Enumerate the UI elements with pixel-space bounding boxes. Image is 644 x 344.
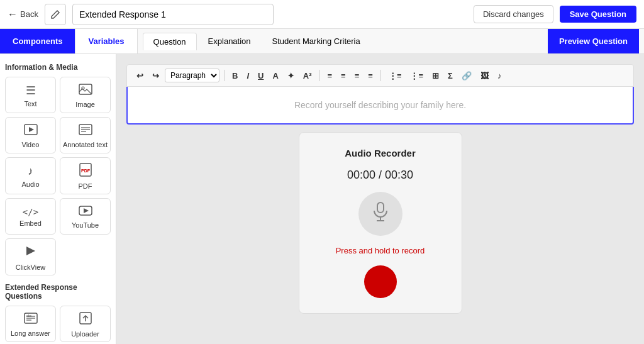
paragraph-select[interactable]: Paragraph	[165, 69, 219, 82]
sidebar-item-pdf-label: PDF	[79, 182, 92, 190]
audio-recorder-title: Audio Recorder	[345, 148, 416, 158]
redo-button[interactable]: ↪	[149, 69, 162, 82]
formula-button[interactable]: Σ	[445, 69, 456, 82]
svg-text:abc: abc	[26, 314, 32, 318]
sidebar: Information & Media ☰ Text Image Video	[0, 54, 116, 344]
sidebar-item-clickview-label: ClickView	[16, 264, 45, 271]
sidebar-item-text-label: Text	[24, 100, 36, 108]
ordered-list-button[interactable]: ⋮≡	[407, 69, 426, 82]
tab-question[interactable]: Question	[143, 33, 197, 50]
sidebar-item-annotated-text[interactable]: Annotated text	[60, 117, 111, 153]
sidebar-item-youtube[interactable]: YouTube	[60, 198, 111, 235]
question-title-input[interactable]	[72, 4, 274, 25]
microphone-icon	[372, 202, 389, 226]
audio-timer: 00:00 / 00:30	[347, 169, 413, 182]
svg-rect-28	[377, 203, 384, 213]
top-bar: ← Back Discard changes Save Question	[0, 0, 644, 29]
toolbar-separator-1	[224, 70, 225, 81]
editor-toolbar: ↩ ↪ Paragraph B I U A ✦ A² ≡ ≡ ≡ ≡ ⋮≡ ⋮≡…	[126, 64, 634, 87]
section-extended-response-title: Extended Response Questions	[5, 283, 111, 301]
sidebar-item-youtube-label: YouTube	[72, 221, 99, 229]
edit-icon-button[interactable]	[45, 4, 66, 25]
record-button[interactable]	[364, 265, 397, 298]
sidebar-item-audio[interactable]: ♪ Audio	[5, 157, 56, 194]
toolbar-separator-3	[380, 70, 381, 81]
table-button[interactable]: ⊞	[429, 69, 442, 82]
sidebar-item-text[interactable]: ☰ Text	[5, 77, 56, 113]
svg-text:PDF: PDF	[81, 169, 91, 173]
discard-changes-button[interactable]: Discard changes	[474, 5, 553, 23]
sidebar-item-long-answer-label: Long answer	[11, 330, 50, 337]
clickview-icon	[24, 244, 38, 261]
tab-bar: Components Variables Question Explanatio…	[0, 29, 644, 54]
question-editor[interactable]: Record yourself describing your family h…	[126, 87, 634, 125]
main-layout: Information & Media ☰ Text Image Video	[0, 54, 644, 344]
preview-question-button[interactable]: Preview Question	[548, 29, 639, 53]
info-media-grid: ☰ Text Image Video Annotated text	[5, 77, 111, 275]
sidebar-item-uploader-label: Uploader	[71, 330, 99, 338]
long-answer-icon: abc	[24, 313, 38, 327]
text-icon: ☰	[26, 84, 36, 97]
audio-icon: ♪	[28, 165, 33, 178]
sidebar-item-embed-label: Embed	[19, 219, 42, 227]
font-color-button[interactable]: A	[269, 69, 281, 82]
youtube-icon	[79, 206, 92, 219]
sidebar-item-image-label: Image	[75, 101, 95, 108]
image-insert-button[interactable]: 🖼	[477, 69, 492, 82]
sidebar-item-embed[interactable]: </> Embed	[5, 198, 56, 235]
align-center-button[interactable]: ≡	[338, 69, 349, 82]
tab-student-marking-criteria[interactable]: Student Marking Criteria	[262, 33, 370, 50]
tab-components[interactable]: Components	[0, 29, 75, 53]
embed-icon: </>	[23, 207, 38, 217]
svg-marker-11	[84, 208, 89, 213]
mic-circle	[358, 192, 402, 236]
uploader-icon	[79, 312, 92, 328]
editor-placeholder: Record yourself describing your family h…	[294, 100, 466, 110]
justify-button[interactable]: ≡	[365, 69, 376, 82]
toolbar-separator-2	[319, 70, 320, 81]
pdf-icon: PDF	[79, 163, 92, 180]
unordered-list-button[interactable]: ⋮≡	[386, 69, 405, 82]
audio-insert-button[interactable]: ♪	[494, 69, 505, 82]
tab-variables[interactable]: Variables	[75, 29, 137, 53]
audio-recorder-card: Audio Recorder 00:00 / 00:30 Press and h…	[299, 132, 462, 314]
image-icon	[79, 84, 92, 98]
undo-button[interactable]: ↩	[133, 69, 147, 82]
save-question-button[interactable]: Save Question	[560, 6, 636, 23]
left-tabs: Components Variables	[0, 29, 138, 53]
section-info-media-title: Information & Media	[5, 63, 111, 72]
bold-button[interactable]: B	[229, 69, 241, 82]
svg-marker-12	[26, 247, 35, 255]
press-hold-label: Press and hold to record	[336, 246, 425, 255]
back-arrow-icon: ←	[8, 9, 18, 20]
sidebar-item-image[interactable]: Image	[60, 77, 111, 113]
extended-response-grid: abc Long answer Uploader E=mc² Working f…	[5, 306, 111, 344]
underline-button[interactable]: U	[255, 69, 267, 82]
back-button[interactable]: ← Back	[8, 9, 38, 20]
link-button[interactable]: 🔗	[458, 69, 475, 82]
svg-marker-3	[29, 127, 34, 132]
annotated-text-icon	[79, 124, 92, 138]
sidebar-item-video-label: Video	[22, 141, 40, 148]
pencil-icon	[50, 9, 60, 19]
sidebar-item-clickview[interactable]: ClickView	[5, 238, 56, 275]
sidebar-item-audio-label: Audio	[21, 180, 39, 188]
tab-explanation[interactable]: Explanation	[198, 33, 261, 50]
sidebar-item-uploader[interactable]: Uploader	[60, 306, 111, 342]
sidebar-item-pdf[interactable]: PDF PDF	[60, 157, 111, 194]
question-tabs: Question Explanation Student Marking Cri…	[138, 29, 644, 53]
sidebar-item-annotated-text-label: Annotated text	[63, 141, 108, 148]
sidebar-item-long-answer[interactable]: abc Long answer	[5, 306, 56, 342]
content-area: ↩ ↪ Paragraph B I U A ✦ A² ≡ ≡ ≡ ≡ ⋮≡ ⋮≡…	[116, 54, 644, 344]
superscript-button[interactable]: A²	[300, 69, 315, 82]
back-label: Back	[20, 9, 38, 19]
video-icon	[24, 124, 38, 138]
align-left-button[interactable]: ≡	[325, 69, 336, 82]
highlight-button[interactable]: ✦	[284, 69, 297, 82]
align-right-button[interactable]: ≡	[352, 69, 363, 82]
italic-button[interactable]: I	[243, 69, 252, 82]
sidebar-item-video[interactable]: Video	[5, 117, 56, 153]
